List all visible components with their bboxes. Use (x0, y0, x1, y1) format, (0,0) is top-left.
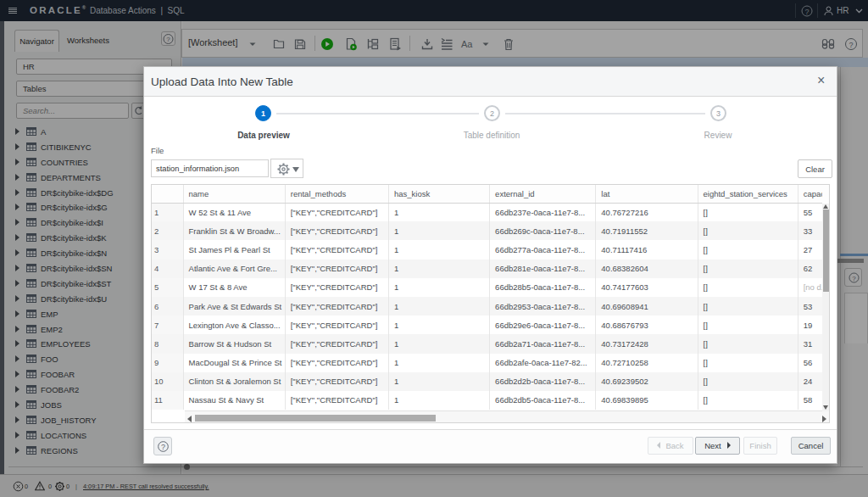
svg-text:?: ? (161, 443, 165, 451)
